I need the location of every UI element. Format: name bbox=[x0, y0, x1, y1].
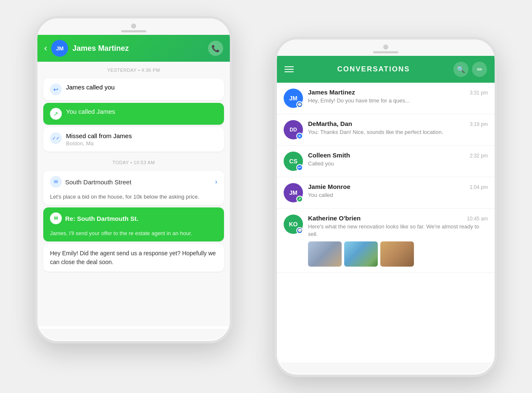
missed-call-subtitle: Boston, Ma bbox=[66, 140, 217, 147]
missed-call-title: Missed call from James bbox=[66, 132, 217, 139]
katherine-badge: 💬 bbox=[296, 227, 303, 234]
email-sent-body: James, I'll send your offer to the re es… bbox=[50, 230, 192, 236]
compose-button[interactable]: ✏ bbox=[472, 62, 487, 77]
james-name: James Martinez bbox=[308, 89, 355, 96]
hamburger-menu-icon[interactable] bbox=[284, 66, 294, 72]
email-received-message: ✉ South Dartmouth Street › Let's place a… bbox=[43, 171, 224, 205]
katherine-images bbox=[308, 241, 488, 267]
colleen-avatar: CS ↩ bbox=[284, 152, 303, 171]
right-speaker bbox=[373, 51, 398, 53]
katherine-avatar: KO 💬 bbox=[284, 215, 303, 234]
email-sent-icon: ✉ bbox=[50, 212, 62, 224]
email-received-body: Let's place a bid on the house, for 10k … bbox=[50, 194, 199, 200]
timestamp-yesterday: YESTERDAY • 4:36 PM bbox=[37, 62, 230, 76]
right-phone: CONVERSATIONS 🔍 ✏ JM 💬 James Martin bbox=[274, 37, 497, 377]
jamie-preview: You called bbox=[308, 191, 488, 199]
missed-call-icon: ✓✓ bbox=[50, 132, 62, 144]
left-speaker bbox=[121, 30, 146, 32]
colleen-preview: Called you bbox=[308, 160, 488, 168]
conversations-list: JM 💬 James Martinez 3:31 pm Hey, Emily! … bbox=[277, 83, 495, 273]
chat-call-button[interactable]: 📞 bbox=[208, 41, 223, 56]
wood-thumbnail bbox=[380, 241, 414, 267]
received-call-text: James called you bbox=[66, 84, 217, 91]
text-received-body: Hey Emily! Did the agent send us a respo… bbox=[50, 249, 217, 267]
jamie-badge: ↗ bbox=[296, 196, 303, 202]
chat-contact-avatar: JM bbox=[51, 40, 68, 57]
house-thumbnail bbox=[344, 241, 378, 267]
back-button[interactable]: ‹ bbox=[44, 43, 47, 54]
jamie-time: 1:04 pm bbox=[470, 184, 488, 190]
chat-body: YESTERDAY • 4:36 PM ↩ James called you ↗… bbox=[37, 62, 230, 326]
email-received-title: South Dartmouth Street bbox=[65, 178, 132, 186]
jamie-avatar: JM ↗ bbox=[284, 183, 303, 202]
left-phone: ‹ JM James Martinez 📞 YESTERDAY • 4:36 P… bbox=[35, 16, 232, 343]
right-camera bbox=[383, 45, 388, 50]
colleen-name: Colleen Smith bbox=[308, 152, 350, 159]
dan-time: 3:19 pm bbox=[470, 121, 488, 127]
email-chevron-icon: › bbox=[215, 178, 217, 186]
jamie-name: Jamie Monroe bbox=[308, 183, 350, 190]
katherine-name: Katherine O'brien bbox=[308, 215, 361, 222]
missed-call-message: ✓✓ Missed call from James Boston, Ma bbox=[43, 127, 224, 152]
conversation-item-katherine[interactable]: KO 💬 Katherine O'brien 10:45 am Here's w… bbox=[277, 209, 495, 273]
left-phone-top-bar bbox=[37, 18, 230, 35]
dan-preview: You: Thanks Dan! Nice, sounds like the p… bbox=[308, 128, 488, 136]
search-button[interactable]: 🔍 bbox=[453, 62, 469, 77]
chat-screen: ‹ JM James Martinez 📞 YESTERDAY • 4:36 P… bbox=[37, 35, 230, 329]
katherine-time: 10:45 am bbox=[467, 216, 488, 222]
james-time: 3:31 pm bbox=[470, 90, 488, 96]
chat-header: ‹ JM James Martinez 📞 bbox=[37, 35, 230, 62]
conversation-item-colleen[interactable]: CS ↩ Colleen Smith 2:32 pm Called you bbox=[277, 146, 495, 177]
conversations-title: CONVERSATIONS bbox=[299, 65, 448, 73]
right-phone-top-bar bbox=[277, 39, 495, 56]
email-sent-title: Re: South Dartmouth St. bbox=[65, 215, 138, 222]
header-actions: 🔍 ✏ bbox=[453, 62, 487, 77]
sent-call-text: You called James bbox=[66, 108, 217, 115]
conversations-header: CONVERSATIONS 🔍 ✏ bbox=[277, 56, 495, 83]
james-preview: Hey, Emily! Do you have time for a ques.… bbox=[308, 97, 488, 105]
katherine-preview: Here's what the new renovation looks lik… bbox=[308, 223, 488, 238]
received-call-icon: ↩ bbox=[50, 84, 62, 95]
email-sent-message: ✉ Re: South Dartmouth St. James, I'll se… bbox=[43, 207, 224, 241]
chat-contact-name: James Martinez bbox=[72, 44, 204, 53]
email-received-icon: ✉ bbox=[50, 176, 62, 188]
james-badge: 💬 bbox=[296, 101, 303, 108]
conversation-item-dan[interactable]: DD R DeMartha, Dan 3:19 pm You: Thanks D… bbox=[277, 114, 495, 146]
conversation-item-jamie[interactable]: JM ↗ Jamie Monroe 1:04 pm You called bbox=[277, 177, 495, 209]
colleen-badge: ↩ bbox=[296, 164, 303, 171]
timestamp-today: TODAY • 10:53 AM bbox=[37, 154, 230, 168]
sent-call-message: ↗ You called James bbox=[43, 103, 224, 125]
conversation-item-james[interactable]: JM 💬 James Martinez 3:31 pm Hey, Emily! … bbox=[277, 83, 495, 114]
left-camera bbox=[131, 24, 136, 29]
dan-badge: R bbox=[296, 133, 303, 139]
text-received-message: Hey Emily! Did the agent send us a respo… bbox=[43, 244, 224, 272]
sent-call-icon: ↗ bbox=[50, 108, 62, 120]
james-avatar: JM 💬 bbox=[284, 89, 303, 108]
dan-name: DeMartha, Dan bbox=[308, 120, 352, 127]
colleen-time: 2:32 pm bbox=[470, 153, 488, 159]
received-call-message: ↩ James called you bbox=[43, 79, 224, 100]
dan-avatar: DD R bbox=[284, 120, 303, 139]
kitchen-thumbnail bbox=[308, 241, 342, 267]
conversations-screen: CONVERSATIONS 🔍 ✏ JM 💬 James Martin bbox=[277, 56, 495, 362]
